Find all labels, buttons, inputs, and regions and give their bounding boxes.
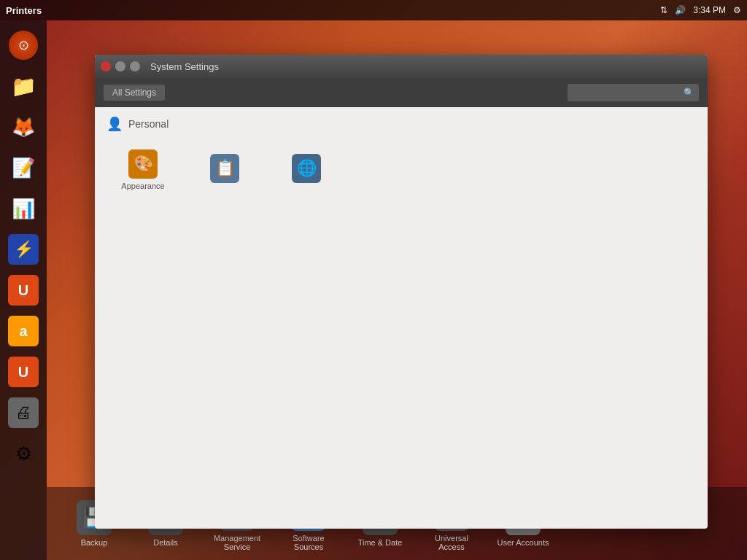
launcher-item-amazon[interactable]: a	[4, 312, 42, 350]
ss-body: 👤 Personal 🎨 Appearance 📋 🌐	[95, 107, 708, 208]
item3-icon: 🌐	[292, 154, 321, 183]
launcher-item-calc[interactable]: 📊	[4, 190, 42, 228]
network-icon: ⇅	[660, 5, 667, 15]
launcher-item-ubuntuone[interactable]: U	[4, 271, 42, 309]
timedate-label: Time & Date	[358, 538, 403, 547]
writer-icon: 📝	[12, 157, 35, 179]
settings-launcher-icon: ⚙	[15, 443, 32, 465]
sound-icon: 🔊	[675, 5, 686, 15]
taskbar-top: Printers ⇅ 🔊 3:34 PM ⚙	[0, 0, 747, 20]
launcher-item-printer[interactable]: 🖨	[4, 394, 42, 432]
personal-section-header: 👤 Personal	[107, 116, 696, 132]
ss-item-3[interactable]: 🌐	[270, 141, 343, 199]
ss-titlebar: System Settings	[95, 55, 708, 78]
all-settings-button[interactable]: All Settings	[104, 85, 165, 101]
taskbar-title: Printers	[6, 5, 42, 16]
ss-toolbar: All Settings 🔍	[95, 78, 708, 107]
launcher-sidebar: ⊙ 📁 🦊 📝 📊 ⚡ U a	[0, 20, 47, 560]
files-icon: 📁	[11, 74, 36, 98]
personal-icon: 👤	[107, 116, 123, 132]
ss-search-box[interactable]: 🔍	[568, 84, 699, 101]
universal-label: Universal Access	[435, 534, 468, 551]
launcher-item-bluetooth[interactable]: ⚡	[4, 230, 42, 268]
settings-icon[interactable]: ⚙	[733, 5, 741, 15]
ss-minimize-button[interactable]	[115, 61, 125, 71]
system-settings-window: System Settings All Settings 🔍 👤 Persona…	[95, 55, 708, 529]
software-label: Software Sources	[293, 534, 324, 551]
ss-window-title: System Settings	[150, 61, 219, 72]
appearance-icon: 🎨	[128, 149, 158, 179]
details-label: Details	[153, 538, 178, 547]
ss-close-button[interactable]	[101, 61, 111, 71]
launcher-item-ubuntu2[interactable]: U	[4, 353, 42, 391]
accounts-label: User Accounts	[498, 538, 549, 547]
printer-icon: 🖨	[15, 403, 31, 422]
desktop: Printers ⇅ 🔊 3:34 PM ⚙ ⊙ 📁 🦊 📝 📊 ⚡	[0, 0, 747, 560]
ss-item-appearance[interactable]: 🎨 Appearance	[107, 141, 179, 199]
ss-item-2[interactable]: 📋	[188, 141, 261, 199]
item2-icon: 📋	[210, 154, 239, 183]
backup-label: Backup	[81, 538, 108, 547]
ubuntuone-icon: U	[18, 282, 28, 299]
launcher-item-ubuntu[interactable]: ⊙	[4, 26, 42, 64]
personal-label: Personal	[128, 118, 169, 130]
appearance-label: Appearance	[121, 182, 164, 190]
ubuntu2-icon: U	[18, 364, 28, 381]
ss-grid: 🎨 Appearance 📋 🌐	[107, 141, 696, 199]
launcher-item-settings[interactable]: ⚙	[4, 435, 42, 472]
firefox-icon: 🦊	[12, 116, 35, 139]
bluetooth-icon: ⚡	[14, 240, 34, 259]
calc-icon: 📊	[12, 198, 35, 220]
ubuntu-logo: ⊙	[9, 31, 38, 60]
ss-maximize-button[interactable]	[130, 61, 140, 71]
management-label: Management Service	[214, 534, 260, 551]
launcher-item-firefox[interactable]: 🦊	[4, 108, 42, 146]
taskbar-right: ⇅ 🔊 3:34 PM ⚙	[660, 5, 741, 15]
launcher-item-files[interactable]: 📁	[4, 67, 42, 105]
launcher-item-libreoffice[interactable]: 📝	[4, 149, 42, 187]
amazon-icon: a	[19, 323, 27, 340]
time-display: 3:34 PM	[693, 5, 726, 15]
